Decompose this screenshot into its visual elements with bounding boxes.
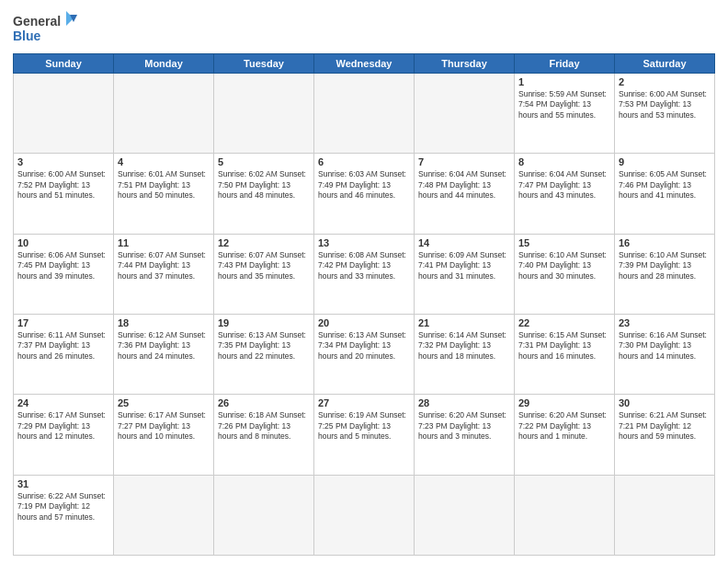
day-number: 19 (218, 317, 310, 328)
day-number: 27 (318, 397, 410, 408)
day-number: 30 (619, 397, 711, 408)
calendar-cell: 13Sunrise: 6:08 AM Sunset: 7:42 PM Dayli… (314, 234, 415, 314)
day-number: 26 (218, 397, 310, 408)
day-number: 25 (118, 397, 210, 408)
weekday-tuesday: Tuesday (214, 54, 314, 74)
day-info: Sunrise: 6:14 AM Sunset: 7:32 PM Dayligh… (418, 330, 510, 362)
calendar-cell (14, 74, 114, 154)
day-number: 18 (118, 317, 210, 328)
week-row-3: 10Sunrise: 6:06 AM Sunset: 7:45 PM Dayli… (14, 234, 715, 314)
day-number: 22 (518, 317, 610, 328)
calendar-cell (114, 74, 214, 154)
day-info: Sunrise: 6:07 AM Sunset: 7:43 PM Dayligh… (218, 250, 310, 282)
calendar-cell: 28Sunrise: 6:20 AM Sunset: 7:23 PM Dayli… (415, 395, 515, 475)
calendar-cell: 30Sunrise: 6:21 AM Sunset: 7:21 PM Dayli… (615, 395, 715, 475)
day-info: Sunrise: 6:22 AM Sunset: 7:19 PM Dayligh… (17, 491, 109, 523)
calendar-cell: 23Sunrise: 6:16 AM Sunset: 7:30 PM Dayli… (615, 314, 715, 394)
day-number: 14 (418, 237, 510, 248)
day-number: 20 (318, 317, 410, 328)
week-row-1: 1Sunrise: 5:59 AM Sunset: 7:54 PM Daylig… (14, 74, 715, 154)
calendar-cell (415, 475, 515, 555)
day-info: Sunrise: 6:12 AM Sunset: 7:36 PM Dayligh… (118, 330, 210, 362)
day-number: 7 (418, 156, 510, 167)
day-info: Sunrise: 6:01 AM Sunset: 7:51 PM Dayligh… (118, 169, 210, 201)
calendar-cell: 27Sunrise: 6:19 AM Sunset: 7:25 PM Dayli… (314, 395, 415, 475)
day-info: Sunrise: 6:05 AM Sunset: 7:46 PM Dayligh… (619, 169, 711, 201)
logo: General Blue (13, 9, 77, 48)
day-info: Sunrise: 6:02 AM Sunset: 7:50 PM Dayligh… (218, 169, 310, 201)
day-info: Sunrise: 6:17 AM Sunset: 7:29 PM Dayligh… (17, 410, 109, 442)
calendar-cell: 21Sunrise: 6:14 AM Sunset: 7:32 PM Dayli… (415, 314, 515, 394)
day-number: 24 (17, 397, 109, 408)
calendar-cell: 31Sunrise: 6:22 AM Sunset: 7:19 PM Dayli… (14, 475, 114, 555)
day-info: Sunrise: 6:21 AM Sunset: 7:21 PM Dayligh… (619, 410, 711, 442)
calendar-cell: 5Sunrise: 6:02 AM Sunset: 7:50 PM Daylig… (214, 154, 314, 234)
calendar-cell (214, 475, 314, 555)
day-number: 29 (518, 397, 610, 408)
day-number: 12 (218, 237, 310, 248)
calendar-cell: 12Sunrise: 6:07 AM Sunset: 7:43 PM Dayli… (214, 234, 314, 314)
calendar-cell: 26Sunrise: 6:18 AM Sunset: 7:26 PM Dayli… (214, 395, 314, 475)
day-info: Sunrise: 6:04 AM Sunset: 7:47 PM Dayligh… (518, 169, 610, 201)
calendar-cell: 4Sunrise: 6:01 AM Sunset: 7:51 PM Daylig… (114, 154, 214, 234)
svg-text:General: General (13, 14, 61, 29)
week-row-6: 31Sunrise: 6:22 AM Sunset: 7:19 PM Dayli… (14, 475, 715, 555)
weekday-header-row: SundayMondayTuesdayWednesdayThursdayFrid… (14, 54, 715, 74)
calendar-cell: 18Sunrise: 6:12 AM Sunset: 7:36 PM Dayli… (114, 314, 214, 394)
calendar-cell: 16Sunrise: 6:10 AM Sunset: 7:39 PM Dayli… (615, 234, 715, 314)
calendar-cell: 20Sunrise: 6:13 AM Sunset: 7:34 PM Dayli… (314, 314, 415, 394)
day-number: 17 (17, 317, 109, 328)
svg-text:Blue: Blue (13, 29, 41, 43)
calendar-cell (515, 475, 615, 555)
day-info: Sunrise: 5:59 AM Sunset: 7:54 PM Dayligh… (518, 89, 610, 121)
week-row-2: 3Sunrise: 6:00 AM Sunset: 7:52 PM Daylig… (14, 154, 715, 234)
calendar-cell: 7Sunrise: 6:04 AM Sunset: 7:48 PM Daylig… (415, 154, 515, 234)
day-info: Sunrise: 6:04 AM Sunset: 7:48 PM Dayligh… (418, 169, 510, 201)
day-info: Sunrise: 6:11 AM Sunset: 7:37 PM Dayligh… (17, 330, 109, 362)
calendar-cell (615, 475, 715, 555)
day-number: 31 (17, 478, 109, 489)
day-info: Sunrise: 6:16 AM Sunset: 7:30 PM Dayligh… (619, 330, 711, 362)
day-number: 28 (418, 397, 510, 408)
day-info: Sunrise: 6:03 AM Sunset: 7:49 PM Dayligh… (318, 169, 410, 201)
day-info: Sunrise: 6:06 AM Sunset: 7:45 PM Dayligh… (17, 250, 109, 282)
calendar-cell: 24Sunrise: 6:17 AM Sunset: 7:29 PM Dayli… (14, 395, 114, 475)
day-number: 10 (17, 237, 109, 248)
day-info: Sunrise: 6:10 AM Sunset: 7:39 PM Dayligh… (619, 250, 711, 282)
day-number: 9 (619, 156, 711, 167)
calendar-cell: 9Sunrise: 6:05 AM Sunset: 7:46 PM Daylig… (615, 154, 715, 234)
calendar-cell (314, 475, 415, 555)
day-info: Sunrise: 6:10 AM Sunset: 7:40 PM Dayligh… (518, 250, 610, 282)
day-info: Sunrise: 6:08 AM Sunset: 7:42 PM Dayligh… (318, 250, 410, 282)
day-info: Sunrise: 6:00 AM Sunset: 7:52 PM Dayligh… (17, 169, 109, 201)
day-number: 11 (118, 237, 210, 248)
day-info: Sunrise: 6:09 AM Sunset: 7:41 PM Dayligh… (418, 250, 510, 282)
calendar-cell (314, 74, 415, 154)
calendar-cell: 25Sunrise: 6:17 AM Sunset: 7:27 PM Dayli… (114, 395, 214, 475)
day-number: 23 (619, 317, 711, 328)
day-info: Sunrise: 6:20 AM Sunset: 7:22 PM Dayligh… (518, 410, 610, 442)
day-number: 13 (318, 237, 410, 248)
calendar-cell: 3Sunrise: 6:00 AM Sunset: 7:52 PM Daylig… (14, 154, 114, 234)
day-number: 8 (518, 156, 610, 167)
week-row-5: 24Sunrise: 6:17 AM Sunset: 7:29 PM Dayli… (14, 395, 715, 475)
day-number: 4 (118, 156, 210, 167)
day-number: 16 (619, 237, 711, 248)
calendar-cell: 29Sunrise: 6:20 AM Sunset: 7:22 PM Dayli… (515, 395, 615, 475)
day-info: Sunrise: 6:17 AM Sunset: 7:27 PM Dayligh… (118, 410, 210, 442)
day-info: Sunrise: 6:15 AM Sunset: 7:31 PM Dayligh… (518, 330, 610, 362)
weekday-sunday: Sunday (14, 54, 114, 74)
weekday-monday: Monday (114, 54, 214, 74)
top-section: General Blue (13, 9, 715, 48)
day-number: 5 (218, 156, 310, 167)
calendar-cell: 15Sunrise: 6:10 AM Sunset: 7:40 PM Dayli… (515, 234, 615, 314)
day-info: Sunrise: 6:18 AM Sunset: 7:26 PM Dayligh… (218, 410, 310, 442)
calendar-cell: 19Sunrise: 6:13 AM Sunset: 7:35 PM Dayli… (214, 314, 314, 394)
day-info: Sunrise: 6:07 AM Sunset: 7:44 PM Dayligh… (118, 250, 210, 282)
calendar-cell: 6Sunrise: 6:03 AM Sunset: 7:49 PM Daylig… (314, 154, 415, 234)
day-number: 21 (418, 317, 510, 328)
calendar-cell (114, 475, 214, 555)
page: General Blue SundayMondayTuesdayWednesda… (0, 0, 728, 563)
week-row-4: 17Sunrise: 6:11 AM Sunset: 7:37 PM Dayli… (14, 314, 715, 394)
logo-svg: General Blue (13, 9, 77, 48)
